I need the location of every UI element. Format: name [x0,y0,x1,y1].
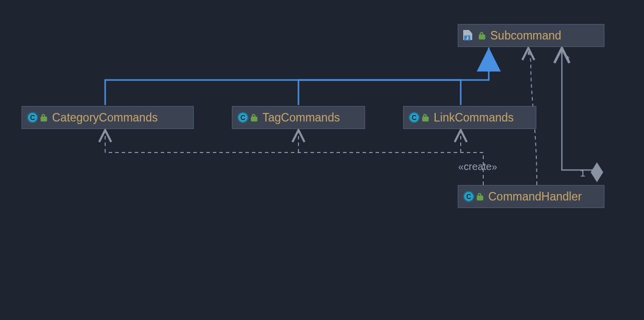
class-icon: C [409,112,420,123]
class-icon: C [27,112,38,123]
node-label: TagCommands [262,111,340,124]
multiplicity-whole: 1 [580,168,585,179]
class-icon: C [237,112,248,123]
edge-create-trunk [105,152,483,185]
node-subcommand[interactable]: J Subcommand [458,24,604,47]
lock-icon [477,193,483,200]
java-file-icon: J [463,30,475,41]
node-label: CommandHandler [488,190,582,204]
node-category-commands[interactable]: C CategoryCommands [22,106,194,129]
node-label: CategoryCommands [52,111,158,124]
lock-icon [251,114,257,122]
lock-icon [422,114,429,122]
uml-canvas: J Subcommand C CategoryCommands C TagCom… [0,0,644,320]
lock-icon [479,32,485,40]
stereotype-create: «create» [458,161,497,172]
multiplicity-part: * [566,54,570,66]
node-label: LinkCommands [434,111,514,124]
edge-aggregation [562,48,597,181]
edge-realization-category [105,80,275,105]
node-command-handler[interactable]: C CommandHandler [458,185,604,208]
edge-realization-tag [275,80,298,105]
class-icon: C [463,191,474,202]
node-tag-commands[interactable]: C TagCommands [232,106,365,129]
edge-realization-trunk [298,48,489,80]
connectors-layer [0,0,644,320]
lock-icon [41,114,47,122]
node-link-commands[interactable]: C LinkCommands [403,106,536,129]
node-label: Subcommand [490,29,561,42]
edge-realization-link [298,80,461,105]
